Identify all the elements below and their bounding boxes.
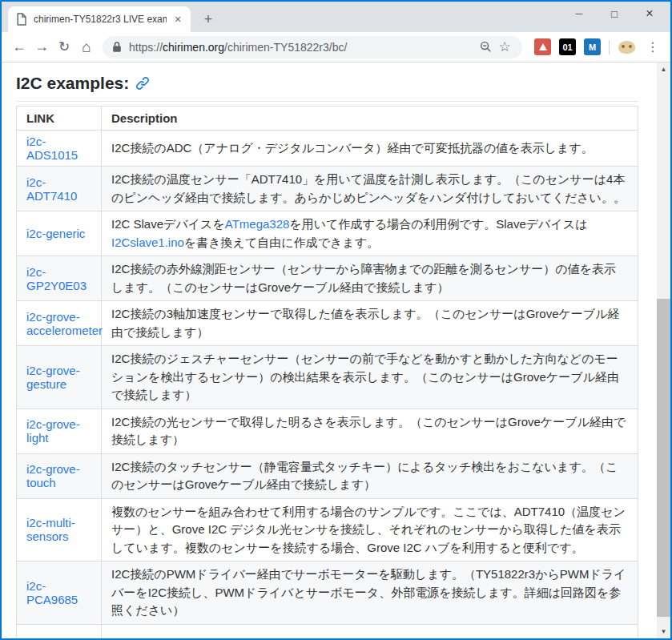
scroll-down-icon[interactable]: ▼ (657, 625, 670, 638)
table-row: i2c-PCA9685I2C接続のPWMドライバー経由でサーボモーターを駆動しま… (17, 562, 638, 625)
example-link[interactable]: i2c-grove-touch (26, 462, 80, 489)
close-button[interactable]: × (632, 6, 667, 21)
description-cell: I2C接続のタッチセンサー（静電容量式タッチキー）によるタッチ検出をおこないます… (102, 453, 638, 498)
page-title-text: I2C examples: (16, 74, 129, 93)
table-row: i2c-grove-gestureI2C接続のジェスチャーセンサー（センサーの前… (17, 346, 638, 409)
table-row: i2c-ADS1015I2C接続のADC（アナログ・デジタルコンバータ）経由で可… (17, 131, 638, 167)
description-cell: I2C接続のADC（アナログ・デジタルコンバータ）経由で可変抵抗器の値を表示しま… (102, 131, 638, 167)
table-header-row: LINK Description (17, 107, 638, 131)
example-link[interactable]: i2c-GP2Y0E03 (26, 265, 87, 292)
examples-table: LINK Description i2c-ADS1015I2C接続のADC（アナ… (16, 106, 638, 638)
pdf-extension-icon[interactable] (534, 38, 551, 55)
minimize-button[interactable]: ─ (561, 8, 597, 19)
description-cell: I2C接続の赤外線測距センサー（センサーから障害物までの距離を測るセンサー）の値… (102, 256, 638, 301)
column-header-description: Description (102, 107, 638, 131)
maximize-button[interactable]: □ (597, 8, 632, 20)
m-extension-icon[interactable]: M (584, 38, 601, 55)
address-bar[interactable]: https://chirimen.org/chirimen-TY51822r3/… (103, 36, 522, 58)
table-row: i2c-multi-sensors複数のセンサーを組み合わせて利用する場合のサン… (17, 498, 638, 562)
pdf-glyph (539, 43, 547, 50)
examples-table-body: i2c-ADS1015I2C接続のADC（アナログ・デジタルコンバータ）経由で可… (17, 131, 638, 639)
link-cell: i2c-grove-gesture (17, 346, 102, 409)
link-cell: i2c-GP2Y0E03 (17, 256, 102, 301)
example-link[interactable]: i2c-multi-sensors (26, 516, 75, 543)
browser-tab[interactable]: chirimen-TY51822r3 LIVE exampl × (8, 6, 191, 32)
window-controls: ─ □ × (561, 2, 667, 26)
scroll-up-icon[interactable]: ▲ (657, 62, 670, 76)
new-tab-button[interactable]: + (197, 6, 219, 32)
example-link[interactable]: i2c-PCA9685 (26, 579, 78, 606)
column-header-link: LINK (17, 107, 102, 131)
description-cell: 複数のセンサーを組み合わせて利用する場合のサンプルです。ここでは、ADT7410… (102, 498, 638, 562)
description-cell: I2C接続の光センサーで取得した明るさを表示します。（このセンサーはGroveケ… (102, 409, 638, 453)
vertical-scrollbar[interactable]: ▲ ▼ (657, 62, 670, 638)
example-link[interactable]: i2c-grove-light (26, 417, 80, 445)
table-row: i2c-GP2Y0E03I2C接続の赤外線測距センサー（センサーから障害物までの… (17, 256, 638, 301)
bookmark-star-icon[interactable]: ☆ (495, 38, 514, 57)
link-cell: i2c-generic (17, 211, 102, 256)
inline-link[interactable]: I2Cslave1.ino (111, 235, 184, 249)
tab-strip: chirimen-TY51822r3 LIVE exampl × + ─ □ × (2, 2, 670, 32)
page-title: I2C examples: (16, 74, 638, 93)
forward-button-icon[interactable]: → (30, 36, 53, 58)
link-cell: i2c-ADT7410 (17, 167, 102, 211)
back-button-icon[interactable]: ← (8, 36, 30, 58)
01-extension-icon[interactable]: 01 (559, 38, 576, 55)
tab-title: chirimen-TY51822r3 LIVE exampl (34, 14, 167, 25)
anchor-link-icon[interactable] (135, 76, 150, 91)
example-link[interactable]: i2c-ADT7410 (26, 175, 77, 203)
browser-toolbar: ← → ↻ ⌂ https://chirimen.org/chirimen-TY… (2, 32, 670, 62)
browser-window: chirimen-TY51822r3 LIVE exampl × + ─ □ ×… (0, 0, 672, 640)
description-cell: I2C接続の3軸加速度センサーで取得した値を表示します。（このセンサーはGrov… (102, 301, 638, 346)
url-domain: chirimen.org (163, 41, 224, 54)
table-row: i2c-genericI2C SlaveデバイスをATmega328を用いて作成… (17, 211, 638, 256)
table-row: i2c-grove-touchI2C接続のタッチセンサー（静電容量式タッチキー）… (17, 453, 638, 498)
page-content: I2C examples: LINK Description i2c-ADS10… (2, 62, 670, 638)
table-row: i2c-ADT7410I2C接続の温度センサー「ADT7410」を用いて温度を計… (17, 167, 638, 211)
zoom-out-icon[interactable] (476, 38, 495, 57)
hamster-extension-icon[interactable] (618, 41, 635, 54)
page-favicon-icon (16, 13, 27, 26)
table-row (17, 624, 638, 638)
link-cell: i2c-grove-accelerometer (17, 301, 102, 346)
home-button-icon[interactable]: ⌂ (75, 36, 98, 58)
url-scheme: https:// (129, 41, 163, 54)
link-cell: i2c-PCA9685 (17, 562, 102, 625)
toolbar-divider (609, 40, 610, 54)
lock-icon (112, 41, 122, 53)
table-row: i2c-grove-lightI2C接続の光センサーで取得した明るさを表示します… (17, 409, 638, 453)
example-link[interactable]: i2c-ADS1015 (26, 135, 78, 162)
link-cell (17, 624, 102, 638)
description-cell: I2C接続のPWMドライバー経由でサーボモーターを駆動します。（TY51822r… (102, 562, 638, 625)
description-cell: I2C接続の温度センサー「ADT7410」を用いて温度を計測し表示します。（この… (102, 167, 638, 211)
tab-close-icon[interactable]: × (171, 13, 184, 26)
link-cell: i2c-ADS1015 (17, 131, 102, 167)
link-cell: i2c-grove-light (17, 409, 102, 453)
url-path: /chirimen-TY51822r3/bc/ (224, 41, 347, 54)
example-link[interactable]: i2c-grove-gesture (26, 364, 80, 391)
example-link[interactable]: i2c-generic (26, 227, 85, 240)
description-cell: I2C SlaveデバイスをATmega328を用いて作成する場合の利用例です。… (102, 211, 638, 256)
heading-divider (16, 101, 638, 102)
scrollbar-thumb[interactable] (657, 299, 670, 617)
link-cell: i2c-grove-touch (17, 453, 102, 498)
description-cell (102, 624, 638, 638)
reload-button-icon[interactable]: ↻ (53, 36, 75, 58)
link-cell: i2c-multi-sensors (17, 498, 102, 562)
table-row: i2c-grove-accelerometerI2C接続の3軸加速度センサーで取… (17, 301, 638, 346)
url-text[interactable]: https://chirimen.org/chirimen-TY51822r3/… (129, 41, 476, 54)
description-cell: I2C接続のジェスチャーセンサー（センサーの前で手などを動かすと動かした方向など… (102, 346, 638, 409)
example-link[interactable]: i2c-grove-accelerometer (26, 310, 103, 337)
inline-link[interactable]: ATmega328 (225, 217, 290, 231)
browser-menu-icon[interactable]: ⋮ (643, 39, 662, 54)
